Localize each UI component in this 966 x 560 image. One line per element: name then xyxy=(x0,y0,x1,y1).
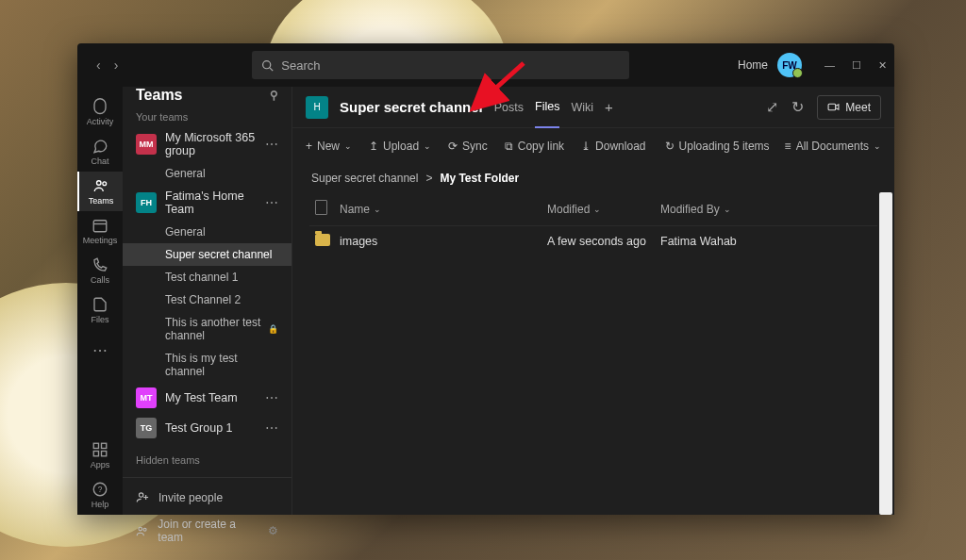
svg-point-3 xyxy=(103,182,107,186)
breadcrumb: Super secret channel > My Test Folder xyxy=(292,164,894,192)
svg-point-16 xyxy=(143,528,146,531)
rail-meetings[interactable]: Meetings xyxy=(77,211,123,251)
avatar[interactable]: FW xyxy=(777,53,802,77)
maximize-button[interactable]: ☐ xyxy=(852,59,861,72)
rail-chat[interactable]: Chat xyxy=(77,132,123,172)
expand-icon[interactable]: ⤢ xyxy=(766,98,778,116)
titlebar: ‹ › Search Home FW — ☐ ✕ xyxy=(77,43,894,87)
all-documents-dropdown[interactable]: ≡ All Documents ⌄ xyxy=(785,140,881,153)
new-button[interactable]: + New ⌄ xyxy=(306,140,352,153)
main-area: H Super secret channel Posts Files Wiki … xyxy=(292,87,894,515)
team-row[interactable]: MMMy Microsoft 365 group⋯ xyxy=(123,126,291,162)
close-button[interactable]: ✕ xyxy=(878,59,887,72)
folder-icon xyxy=(315,234,330,246)
svg-point-12 xyxy=(139,493,142,497)
gear-icon[interactable]: ⚙ xyxy=(268,524,278,537)
join-create-team[interactable]: Join or create a team ⚙ xyxy=(123,511,291,551)
minimize-button[interactable]: — xyxy=(824,59,835,72)
channel-title: Super secret channel xyxy=(340,99,483,115)
col-name[interactable]: Name ⌄ xyxy=(340,200,547,218)
search-input[interactable]: Search xyxy=(252,51,629,79)
team-more-icon[interactable]: ⋯ xyxy=(265,420,278,436)
invite-people[interactable]: Invite people xyxy=(123,484,291,511)
teams-window: ‹ › Search Home FW — ☐ ✕ Activity Chat T… xyxy=(77,43,894,515)
scrollbar[interactable] xyxy=(879,192,892,515)
channel-item[interactable]: This is my test channel xyxy=(123,347,291,383)
rail-calls[interactable]: Calls xyxy=(77,251,123,290)
forward-button[interactable]: › xyxy=(114,58,119,73)
channel-item[interactable]: General xyxy=(123,221,291,243)
copy-link-button[interactable]: ⧉ Copy link xyxy=(505,140,564,153)
rail-activity[interactable]: Activity xyxy=(77,92,123,132)
tab-posts[interactable]: Posts xyxy=(494,88,524,127)
rail-help[interactable]: ?Help xyxy=(77,475,123,515)
refresh-icon[interactable]: ↻ xyxy=(791,98,804,116)
meet-button[interactable]: Meet xyxy=(817,95,881,120)
file-list: Name ⌄ Modified ⌄ Modified By ⌄ imagesA … xyxy=(292,192,894,515)
panel-title: Teams xyxy=(136,87,183,104)
breadcrumb-root[interactable]: Super secret channel xyxy=(311,172,418,185)
uploading-status[interactable]: ↻ Uploading 5 items xyxy=(665,140,770,153)
svg-rect-9 xyxy=(102,452,107,456)
svg-rect-8 xyxy=(93,452,98,456)
col-modified-by[interactable]: Modified By ⌄ xyxy=(660,200,811,218)
svg-point-15 xyxy=(139,527,142,531)
svg-point-0 xyxy=(263,60,271,68)
home-label[interactable]: Home xyxy=(738,58,768,72)
channel-item[interactable]: General xyxy=(123,162,291,185)
file-toolbar: + New ⌄ ↥ Upload ⌄ ⟳ Sync ⧉ Copy link ⤓ … xyxy=(292,128,894,164)
svg-rect-17 xyxy=(828,104,836,110)
search-placeholder: Search xyxy=(281,58,320,73)
your-teams-label: Your teams xyxy=(123,104,291,126)
back-button[interactable]: ‹ xyxy=(96,58,101,73)
add-tab-button[interactable]: + xyxy=(605,86,613,128)
app-rail: Activity Chat Teams Meetings Calls Files… xyxy=(77,87,123,515)
team-row[interactable]: FHFatima's Home Team⋯ xyxy=(123,185,291,221)
breadcrumb-current: My Test Folder xyxy=(440,172,519,185)
channel-item[interactable]: This is another test channel🔒 xyxy=(123,311,291,347)
download-button[interactable]: ⤓ Download xyxy=(581,140,645,153)
svg-rect-6 xyxy=(93,443,98,448)
channel-icon: H xyxy=(306,96,328,119)
svg-point-2 xyxy=(97,181,102,186)
upload-button[interactable]: ↥ Upload ⌄ xyxy=(369,140,431,153)
file-row[interactable]: imagesA few seconds agoFatima Wahab xyxy=(309,226,877,256)
rail-teams[interactable]: Teams xyxy=(77,172,123,211)
tab-files[interactable]: Files xyxy=(535,87,559,128)
team-more-icon[interactable]: ⋯ xyxy=(265,137,278,152)
hidden-teams-label[interactable]: Hidden teams xyxy=(123,443,291,477)
channel-item[interactable]: Test channel 1 xyxy=(123,266,291,288)
team-more-icon[interactable]: ⋯ xyxy=(265,195,278,210)
svg-line-1 xyxy=(270,67,273,70)
rail-more[interactable]: ⋯ xyxy=(77,330,123,370)
channel-item[interactable]: Test Channel 2 xyxy=(123,288,291,311)
channel-item[interactable]: Super secret channel xyxy=(123,243,291,266)
svg-text:?: ? xyxy=(98,486,103,494)
teams-panel: Teams ⚲ Your teams MMMy Microsoft 365 gr… xyxy=(123,87,292,515)
file-type-icon xyxy=(315,200,327,215)
team-more-icon[interactable]: ⋯ xyxy=(265,390,278,405)
team-row[interactable]: MTMy Test Team⋯ xyxy=(123,383,291,413)
sync-button[interactable]: ⟳ Sync xyxy=(448,140,488,153)
lock-icon: 🔒 xyxy=(268,324,278,334)
col-modified[interactable]: Modified ⌄ xyxy=(547,200,660,218)
rail-apps[interactable]: Apps xyxy=(77,436,123,475)
filter-icon[interactable]: ⚲ xyxy=(270,89,278,102)
svg-rect-4 xyxy=(93,221,107,232)
team-row[interactable]: TGTest Group 1⋯ xyxy=(123,413,291,443)
svg-rect-7 xyxy=(102,443,107,448)
rail-files[interactable]: Files xyxy=(77,290,123,330)
tab-wiki[interactable]: Wiki xyxy=(571,88,593,127)
